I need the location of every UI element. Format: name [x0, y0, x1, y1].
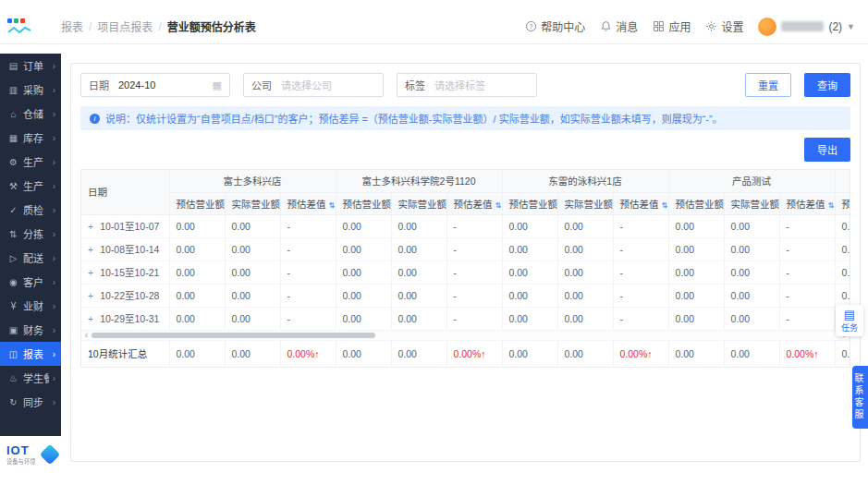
expand-row-button[interactable]: +	[88, 313, 93, 324]
sidebar-item-orders[interactable]: ▤订单›	[0, 54, 61, 78]
sidebar-item-storage[interactable]: ⌂仓储›	[0, 102, 61, 126]
sidebar-item-student-meal[interactable]: ♨学生餐›	[0, 366, 61, 390]
reset-button[interactable]: 重置	[745, 73, 791, 97]
topbar-action-help[interactable]: ?帮助中心	[525, 18, 585, 34]
topbar-actions-list: ?帮助中心消息应用设置	[525, 18, 743, 34]
value-cell: 0.00	[391, 214, 446, 237]
meal-icon: ♨	[7, 373, 19, 383]
value-cell: -	[613, 214, 668, 237]
topbar-action-label: 设置	[721, 18, 743, 34]
sync-icon: ↻	[7, 397, 19, 407]
sidebar-item-finance[interactable]: ▣财务›	[0, 318, 61, 342]
value-cell: 0.00	[724, 261, 779, 284]
sidebar-item-inventory[interactable]: ▦库存›	[0, 126, 61, 150]
value-cell: 0.00	[169, 261, 225, 284]
sidebar-item-sorting[interactable]: ⇅分拣›	[0, 222, 61, 246]
tag-filter[interactable]: 标签 请选择标签	[397, 73, 537, 97]
value-cell: 0.00	[668, 214, 724, 237]
value-cell: -	[779, 237, 835, 261]
value-cell: 0.00	[336, 284, 391, 307]
sidebar-item-sync[interactable]: ↻同步›	[0, 390, 61, 414]
value-cell: 0.00	[835, 237, 850, 261]
tag-filter-label: 标签	[405, 78, 425, 92]
breadcrumb-separator: /	[158, 20, 161, 33]
row-date-cell: +10-01至10-07	[81, 214, 169, 237]
sidebar-item-production-1[interactable]: ⚙生产›	[0, 150, 61, 174]
value-cell: -	[280, 284, 336, 307]
breadcrumb-item-reports[interactable]: 报表	[61, 18, 83, 34]
sidebar-item-production-2[interactable]: ⚒生产›	[0, 174, 61, 198]
page-title: 营业额预估分析表	[167, 18, 256, 34]
sidebar-item-label: 报表	[23, 346, 49, 361]
column-subheader-partial: 预估营业额	[835, 192, 850, 214]
row-date-cell: +10-08至10-14	[81, 237, 169, 261]
topbar-action-messages[interactable]: 消息	[600, 18, 638, 34]
task-widget[interactable]: ▤ 任务	[836, 305, 863, 336]
sidebar-item-label: 业财	[23, 298, 49, 313]
value-cell: -	[779, 214, 835, 237]
sidebar-item-customers[interactable]: ◉客户›	[0, 270, 61, 294]
topbar-action-settings[interactable]: 设置	[705, 18, 743, 34]
summary-row: 10月统计汇总0.000.000.00%↑0.000.000.00%↑0.000…	[81, 341, 850, 367]
value-cell: 0.00	[724, 237, 779, 261]
column-subheader: 实际营业额⇅	[557, 192, 613, 214]
tag-filter-placeholder: 请选择标签	[434, 78, 485, 92]
summary-value-cell: 0.00%↑	[779, 341, 835, 367]
value-cell: -	[613, 307, 668, 330]
date-filter[interactable]: 日期 2024-10 ▦	[80, 73, 230, 97]
sidebar-item-label: 生产	[23, 154, 49, 169]
iot-logo: IOT 设备与环境	[0, 436, 61, 473]
logo-mark-icon	[7, 26, 31, 34]
sort-icon[interactable]: ⇅	[662, 201, 668, 210]
sort-icon[interactable]: ⇅	[329, 201, 336, 210]
breadcrumb-item-project-reports[interactable]: 项目点报表	[97, 18, 153, 34]
sidebar-item-reports[interactable]: ◫报表›	[0, 342, 61, 366]
value-cell: 0.00	[557, 307, 613, 330]
date-filter-label: 日期	[89, 78, 109, 92]
company-filter[interactable]: 公司 请选择公司	[243, 73, 384, 97]
chevron-right-icon: ›	[53, 181, 55, 191]
iot-mark-icon	[40, 444, 61, 466]
value-cell: 0.00	[724, 284, 779, 307]
revenue-table-main: 日期富士多科兴店富士多科兴科学院2号1120东雷的泳科兴1店产品测试预估营业额⇅…	[81, 170, 850, 331]
export-button[interactable]: 导出	[804, 138, 850, 162]
column-subheader: 实际营业额⇅	[391, 192, 446, 214]
value-cell: -	[779, 261, 835, 284]
sort-icon[interactable]: ⇅	[495, 201, 502, 210]
value-cell: 0.00	[557, 237, 613, 261]
sidebar-item-biz-finance[interactable]: ¥业财›	[0, 294, 61, 318]
expand-row-button[interactable]: +	[88, 290, 93, 301]
sidebar-item-label: 质检	[23, 202, 49, 217]
table-row: +10-01至10-070.000.00-0.000.00-0.000.00-0…	[81, 214, 850, 237]
sidebar-item-delivery[interactable]: ▷配送›	[0, 246, 61, 270]
column-header-date: 日期	[81, 170, 169, 214]
value-cell: 0.00	[391, 307, 446, 330]
value-cell: -	[613, 284, 668, 307]
topbar-action-apps[interactable]: 应用	[653, 18, 691, 34]
customer-service-tab[interactable]: 联系客服	[852, 366, 868, 429]
value-cell: 0.00	[557, 284, 613, 307]
column-subheader: 实际营业额⇅	[225, 192, 280, 214]
export-row: 导出	[80, 138, 850, 162]
user-menu[interactable]: (2) ▼	[758, 18, 855, 36]
sidebar-item-label: 仓储	[23, 106, 49, 121]
grid-icon	[653, 20, 665, 32]
scrollbar-thumb[interactable]	[92, 333, 375, 338]
value-cell: 0.00	[225, 237, 280, 261]
table-row: +10-15至10-210.000.00-0.000.00-0.000.00-0…	[81, 261, 850, 284]
horizontal-scrollbar[interactable]: ‹ ›	[81, 331, 850, 341]
sort-icon[interactable]: ⇅	[828, 201, 835, 210]
sidebar-item-quality[interactable]: ✓质检›	[0, 198, 61, 222]
warehouse-icon: ⌂	[7, 109, 19, 119]
scrollbar-track[interactable]	[92, 331, 839, 339]
expand-row-button[interactable]: +	[88, 267, 93, 278]
expand-row-button[interactable]: +	[88, 244, 93, 255]
calendar-icon: ▦	[213, 79, 222, 91]
sidebar-item-label: 库存	[23, 130, 49, 145]
expand-row-button[interactable]: +	[88, 221, 93, 232]
scroll-left-icon[interactable]: ‹	[81, 331, 92, 340]
sidebar-item-purchase[interactable]: ▥采购›	[0, 78, 61, 102]
value-cell: 0.00	[835, 214, 850, 237]
search-button[interactable]: 查询	[804, 73, 850, 97]
filter-bar: 日期 2024-10 ▦ 公司 请选择公司 标签 请选择标签 重置 查询	[80, 73, 850, 97]
